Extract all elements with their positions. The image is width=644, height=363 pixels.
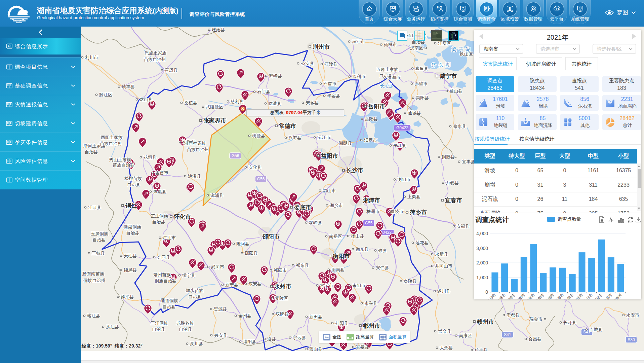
svg-text:利川市: 利川市 [85,55,98,60]
svg-text:湘潭市: 湘潭市 [363,197,380,204]
svg-text:汉寿县: 汉寿县 [288,135,301,140]
svg-text:湘潭市: 湘潭市 [506,293,516,299]
svg-text:湘西州: 湘西州 [612,293,622,299]
svg-text:桂阳县: 桂阳县 [335,321,348,326]
svg-text:华容县: 华容县 [327,93,340,98]
svg-text:邵阳市: 邵阳市 [262,233,280,240]
svg-text:常宁市: 常宁市 [320,283,333,288]
svg-text:道县: 道县 [267,336,276,341]
svg-text:自治县: 自治县 [85,149,98,154]
svg-text:3,000: 3,000 [476,246,488,251]
svg-text:蓝山县: 蓝山县 [309,347,322,351]
svg-text:4,000: 4,000 [476,231,488,236]
svg-text:龙山县: 龙山县 [139,97,153,102]
svg-text:江陵县: 江陵县 [324,62,337,67]
svg-text:耒阳市: 耒阳市 [352,283,365,288]
svg-text:咸丰县: 咸丰县 [122,84,135,89]
svg-text:双峰县: 双峰县 [309,220,322,225]
svg-text:自治县: 自治县 [127,182,140,187]
svg-text:榕江县: 榕江县 [87,313,100,318]
svg-text:G56: G56 [257,177,265,181]
svg-text:临澧县: 临澧县 [268,101,281,106]
svg-text:醴陵市: 醴陵市 [390,209,403,214]
svg-text:通道侗族: 通道侗族 [161,298,178,303]
svg-text:G55: G55 [365,221,373,225]
svg-text:遂川县: 遂川县 [437,289,450,294]
svg-text:萍乡市: 萍乡市 [410,209,427,216]
svg-text:长汀县: 长汀县 [563,320,576,325]
svg-text:衡南县: 衡南县 [331,267,345,272]
svg-text:S41: S41 [504,332,511,337]
svg-text:赣州市: 赣州市 [477,319,494,325]
svg-text:攸县: 攸县 [378,248,387,253]
svg-text:武冈市: 武冈市 [211,264,224,269]
svg-text:永州市: 永州市 [274,283,291,290]
svg-text:绥宁县: 绥宁县 [182,273,195,278]
svg-text:黎平县: 黎平县 [121,294,134,299]
svg-text:自治县: 自治县 [152,327,165,332]
svg-text:洪江市: 洪江市 [163,235,176,240]
svg-text:江夏区: 江夏区 [438,41,451,46]
svg-text:万载县: 万载县 [446,180,459,185]
svg-text:连城县: 连城县 [589,327,602,332]
svg-text:恩施土家族: 恩施土家族 [145,50,166,56]
svg-text:永新县: 永新县 [435,252,448,257]
svg-text:崇阳县: 崇阳县 [416,95,429,100]
svg-text:岳阳市: 岳阳市 [535,293,545,299]
svg-text:自治县: 自治县 [179,327,192,332]
svg-text:嘉鱼县: 嘉鱼县 [415,66,428,71]
svg-text:1,000: 1,000 [476,275,488,280]
svg-text:荆州市: 荆州市 [312,44,330,50]
svg-text:鹤峰县: 鹤峰县 [269,73,282,78]
svg-text:P: P [437,5,439,9]
svg-text:永兴县: 永兴县 [364,301,377,306]
svg-text:花垣县: 花垣县 [143,155,157,160]
svg-text:自治县: 自治县 [92,237,106,242]
svg-text:仙桃市: 仙桃市 [384,42,397,47]
svg-text:怀化市: 怀化市 [173,214,191,220]
svg-text:永安市: 永安市 [626,313,639,318]
svg-text:斧头湖: 斧头湖 [431,62,452,68]
svg-text:G56: G56 [232,153,239,158]
svg-text:铁山区: 铁山区 [459,51,473,57]
svg-text:张家界市: 张家界市 [203,117,226,124]
svg-text:宜章县: 宜章县 [356,344,369,350]
svg-text:新宁县: 新宁县 [225,282,238,287]
svg-text:2,000: 2,000 [476,260,488,265]
svg-text:安仁县: 安仁县 [376,265,389,270]
svg-text:井冈山市: 井冈山市 [435,263,452,268]
svg-text:铜鼓县: 铜鼓县 [441,154,455,159]
svg-text:建始县: 建始县 [211,27,225,32]
svg-text:城步苗族: 城步苗族 [186,288,203,293]
svg-text:衡阳市: 衡阳市 [332,253,350,259]
svg-text:石首市: 石首市 [323,81,336,86]
svg-text:洪湖市: 洪湖市 [387,75,400,80]
svg-text:长沙市: 长沙市 [346,167,363,174]
svg-text:自治县: 自治县 [162,304,175,309]
svg-text:三穗县: 三穗县 [92,251,105,256]
svg-text:韶山市: 韶山市 [322,188,336,193]
svg-text:常德市: 常德市 [545,293,555,299]
svg-text:信丰县: 信丰县 [474,348,488,351]
svg-text:会昌县: 会昌县 [528,336,541,341]
svg-text:益阳市: 益阳市 [321,153,338,159]
svg-text:上栗县: 上栗县 [407,194,420,199]
svg-text:衡东县: 衡东县 [356,247,369,252]
svg-text:娄底市: 娄底市 [603,293,613,299]
svg-text:溆浦县: 溆浦县 [210,193,224,198]
svg-text:苗族自治州: 苗族自治州 [144,57,166,62]
svg-text:自治县: 自治县 [188,294,201,299]
svg-text:吉首市: 吉首市 [155,170,168,175]
svg-text:娄底市: 娄底市 [294,204,311,211]
svg-text:宜丰县: 宜丰县 [462,159,475,164]
svg-text:兴安县: 兴安县 [214,333,227,338]
svg-text:衡阳市: 衡阳市 [515,293,526,299]
svg-text:安福县: 安福县 [456,224,470,229]
svg-text:江口县: 江口县 [88,205,101,210]
svg-text:咸宁市: 咸宁市 [439,73,457,79]
svg-text:侗族自治州: 侗族自治州 [83,278,105,283]
svg-text:零陵区: 零陵区 [275,296,288,301]
svg-text:灌阳县: 灌阳县 [243,339,256,344]
svg-text:湘乡市: 湘乡市 [330,203,343,208]
svg-text:南康区: 南康区 [459,333,472,338]
